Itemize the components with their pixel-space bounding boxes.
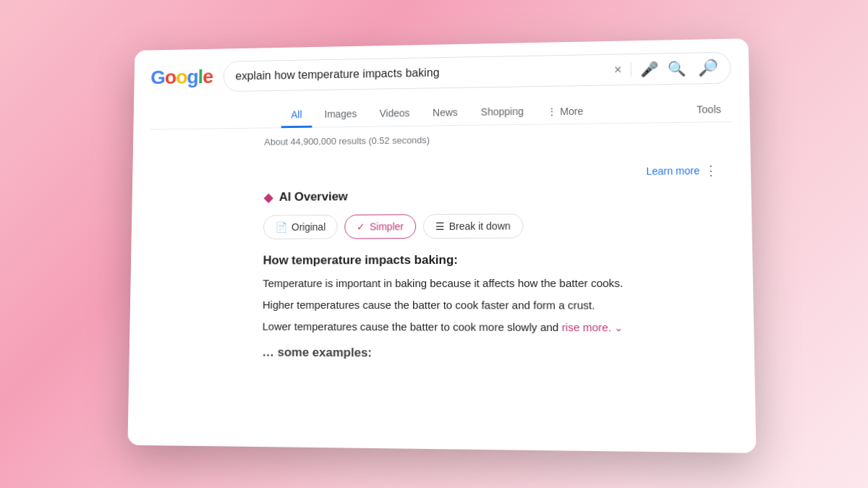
simpler-icon: ✓ <box>357 221 365 232</box>
mode-breakdown-label: Break it down <box>449 220 511 231</box>
examples-heading: … some examples: <box>262 345 736 362</box>
expand-chevron-icon[interactable]: ⌄ <box>614 321 624 333</box>
mode-original-button[interactable]: 📄 Original <box>263 214 338 239</box>
logo-o2: o <box>176 66 187 87</box>
breakdown-icon: ☰ <box>435 221 445 232</box>
logo-g: G <box>150 67 165 88</box>
content-line-1: Temperature is important in baking becau… <box>263 274 735 292</box>
mode-breakdown-button[interactable]: ☰ Break it down <box>423 213 523 239</box>
tools-button[interactable]: Tools <box>686 97 731 121</box>
results-count: About 44,900,000 results (0.52 seconds) <box>264 131 732 147</box>
search-submit-icon[interactable]: 🔎 <box>698 58 718 77</box>
content-line-2: Higher temperatures cause the batter to … <box>263 296 736 314</box>
more-dots-icon: ⋮ <box>547 106 557 117</box>
content-line-3-pink: rise more. <box>562 320 612 333</box>
search-icons: × 🎤 🔍 🔎 <box>614 58 718 78</box>
tab-shopping[interactable]: Shopping <box>471 99 534 125</box>
more-label: More <box>560 105 583 116</box>
divider <box>631 62 631 77</box>
browser-window: Google explain how temperature impacts b… <box>127 38 756 453</box>
content-line-3-text: Lower temperatures cause the batter to c… <box>263 320 562 333</box>
examples-label: some examples: <box>274 345 372 359</box>
tab-images[interactable]: Images <box>315 102 367 127</box>
mic-icon[interactable]: 🎤 <box>640 60 659 77</box>
content-line-3: Lower temperatures cause the batter to c… <box>263 317 736 336</box>
ai-overview-container: Learn more ⋮ ◆ AI Overview 📄 Original ✓ … <box>262 153 736 371</box>
tab-all[interactable]: All <box>281 103 312 128</box>
tab-videos[interactable]: Videos <box>370 101 420 127</box>
ai-overview-header: ◆ AI Overview <box>263 185 733 205</box>
search-input[interactable]: explain how temperature impacts baking <box>235 63 606 82</box>
search-bar-area: Google explain how temperature impacts b… <box>133 38 749 130</box>
mode-simpler-button[interactable]: ✓ Simpler <box>344 214 415 239</box>
logo-e: e <box>203 65 213 87</box>
examples-prefix: … <box>262 345 274 359</box>
logo-g2: g <box>187 66 198 87</box>
lens-icon[interactable]: 🔍 <box>668 59 686 77</box>
clear-icon[interactable]: × <box>614 61 622 77</box>
learn-more-row: Learn more ⋮ <box>264 162 733 182</box>
search-row: Google explain how temperature impacts b… <box>150 51 731 93</box>
google-logo: Google <box>150 65 213 88</box>
logo-o1: o <box>165 66 176 87</box>
search-input-container[interactable]: explain how temperature impacts baking ×… <box>224 51 731 91</box>
mode-original-label: Original <box>292 221 326 232</box>
content-area: How temperature impacts baking: Temperat… <box>262 252 736 362</box>
learn-more-link[interactable]: Learn more <box>646 165 699 177</box>
tab-more[interactable]: ⋮ More <box>537 99 594 123</box>
mode-buttons: 📄 Original ✓ Simpler ☰ Break it down <box>263 212 734 239</box>
ai-overview-label: AI Overview <box>279 189 348 204</box>
three-dots-icon[interactable]: ⋮ <box>704 162 718 178</box>
sparkle-icon: ◆ <box>263 189 273 205</box>
mode-simpler-label: Simpler <box>370 221 404 232</box>
content-heading: How temperature impacts baking: <box>263 252 735 267</box>
original-icon: 📄 <box>276 221 288 233</box>
results-area: About 44,900,000 results (0.52 seconds) … <box>129 121 754 371</box>
tab-news[interactable]: News <box>422 100 468 126</box>
